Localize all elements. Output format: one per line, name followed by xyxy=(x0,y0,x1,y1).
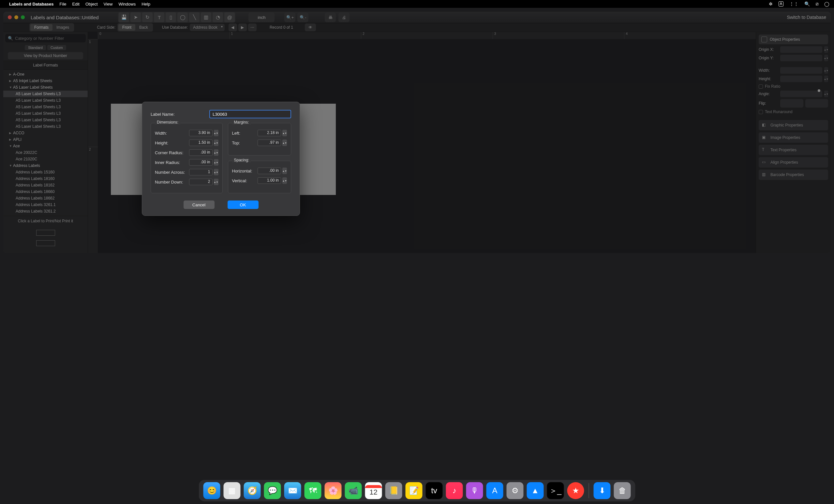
dock-messages-icon[interactable]: 💬 xyxy=(264,482,281,499)
dock-calendar-icon[interactable]: 12 xyxy=(365,482,382,499)
spacing-horizontal-field[interactable]: .00 in xyxy=(258,168,281,174)
dock-downloads-icon[interactable]: ⬇ xyxy=(594,482,611,499)
menu-file[interactable]: File xyxy=(60,2,67,6)
inner-radius-field[interactable]: .00 in xyxy=(189,159,213,166)
dim-height-field[interactable]: 1.50 in xyxy=(189,139,213,146)
menu-extra-icon[interactable]: ✲ xyxy=(769,1,773,6)
dock-settings-icon[interactable]: ⚙ xyxy=(507,482,524,499)
dock-app-icon[interactable]: ▲ xyxy=(527,482,544,499)
dock-trash-icon[interactable]: 🗑 xyxy=(614,482,631,499)
dock-finder-icon[interactable]: 😊 xyxy=(203,482,220,499)
dock-labelsdb-icon[interactable]: ★ xyxy=(567,482,584,499)
spacing-vertical-field[interactable]: 1.00 in xyxy=(258,177,281,184)
margin-top-label: Top: xyxy=(232,140,258,146)
dim-width-stepper[interactable]: ▲▼ xyxy=(214,130,218,136)
app-menu[interactable]: Labels and Databases xyxy=(9,2,54,6)
dock-facetime-icon[interactable]: 📹 xyxy=(345,482,362,499)
number-across-field[interactable]: 1 xyxy=(189,169,213,175)
margins-title: Margins: xyxy=(232,120,251,125)
margin-left-field[interactable]: 2.18 in xyxy=(258,130,281,136)
inner-radius-stepper[interactable]: ▲▼ xyxy=(214,159,218,166)
menu-edit[interactable]: Edit xyxy=(72,2,80,6)
dock-appstore-icon[interactable]: A xyxy=(486,482,503,499)
dock-music-icon[interactable]: ♪ xyxy=(446,482,463,499)
menu-view[interactable]: View xyxy=(104,2,113,6)
number-down-label: Number Down: xyxy=(155,180,189,184)
number-down-field[interactable]: 2 xyxy=(189,179,213,185)
corner-radius-field[interactable]: .00 in xyxy=(189,149,213,156)
margin-top-field[interactable]: .97 in xyxy=(258,139,281,146)
margin-top-stepper[interactable]: ▲▼ xyxy=(282,139,287,146)
dock-maps-icon[interactable]: 🗺 xyxy=(305,482,322,499)
dimensions-title: Dimensions: xyxy=(155,120,180,125)
dock-podcasts-icon[interactable]: 🎙 xyxy=(466,482,483,499)
dock-safari-icon[interactable]: 🧭 xyxy=(244,482,261,499)
label-name-input[interactable] xyxy=(209,110,291,118)
cancel-button[interactable]: Cancel xyxy=(183,200,215,209)
spacing-title: Spacing: xyxy=(232,158,251,162)
number-down-stepper[interactable]: ▲▼ xyxy=(214,179,218,185)
siri-icon[interactable]: ◯ xyxy=(824,1,830,6)
control-center-icon[interactable]: ⎚ xyxy=(816,1,818,6)
label-name-label: Label Name: xyxy=(151,112,209,117)
inner-radius-label: Inner Radius: xyxy=(155,160,189,165)
dock-contacts-icon[interactable]: 📒 xyxy=(386,482,402,499)
spacing-vertical-stepper[interactable]: ▲▼ xyxy=(282,177,287,184)
menu-help[interactable]: Help xyxy=(141,2,150,6)
macos-menubar: Labels and Databases File Edit Object Vi… xyxy=(0,0,834,8)
menu-windows[interactable]: Windows xyxy=(118,2,136,6)
dock-tv-icon[interactable]: tv xyxy=(426,482,443,499)
macos-dock: 😊 ▦ 🧭 💬 ✉️ 🗺 🌸 📹 12 📒 📝 tv ♪ 🎙 A ⚙ ▲ ＞_ … xyxy=(199,480,635,501)
document-window: Labels and Databases::Untitled 💾 ➤ ↻ T ▯… xyxy=(3,12,831,253)
dim-height-label: Height: xyxy=(155,140,189,146)
dim-height-stepper[interactable]: ▲▼ xyxy=(214,139,218,146)
spacing-horizontal-label: Horizontal: xyxy=(232,169,258,173)
modal-backdrop xyxy=(3,12,831,253)
number-across-stepper[interactable]: ▲▼ xyxy=(214,169,218,175)
input-source-icon[interactable]: A xyxy=(778,1,784,6)
margin-left-label: Left: xyxy=(232,131,258,136)
dim-width-field[interactable]: 3.90 in xyxy=(189,130,213,136)
label-settings-dialog: Label Name: Dimensions: Width:3.90 in▲▼ … xyxy=(142,102,300,216)
dock-notes-icon[interactable]: 📝 xyxy=(405,482,422,499)
dim-width-label: Width: xyxy=(155,131,189,136)
dock-mail-icon[interactable]: ✉️ xyxy=(284,482,301,499)
wifi-icon[interactable]: ⋮⋮ xyxy=(789,1,798,6)
spotlight-icon[interactable]: 🔍 xyxy=(804,1,810,6)
dock-terminal-icon[interactable]: ＞_ xyxy=(547,482,564,499)
ok-button[interactable]: OK xyxy=(227,200,259,209)
dock-photos-icon[interactable]: 🌸 xyxy=(325,482,342,499)
dock-separator xyxy=(589,483,589,498)
dock-launchpad-icon[interactable]: ▦ xyxy=(224,482,241,499)
margins-section: Margins: Left:2.18 in▲▼ Top:.97 in▲▼ xyxy=(228,123,291,155)
spacing-vertical-label: Vertical: xyxy=(232,178,258,183)
spacing-horizontal-stepper[interactable]: ▲▼ xyxy=(282,168,287,174)
margin-left-stepper[interactable]: ▲▼ xyxy=(282,130,287,136)
number-across-label: Number Across: xyxy=(155,170,189,175)
corner-radius-label: Corner Radius: xyxy=(155,150,189,155)
corner-radius-stepper[interactable]: ▲▼ xyxy=(214,149,218,156)
dimensions-section: Dimensions: Width:3.90 in▲▼ Height:1.50 … xyxy=(151,123,223,193)
spacing-section: Spacing: Horizontal:.00 in▲▼ Vertical:1.… xyxy=(228,161,291,193)
menu-object[interactable]: Object xyxy=(85,2,98,6)
